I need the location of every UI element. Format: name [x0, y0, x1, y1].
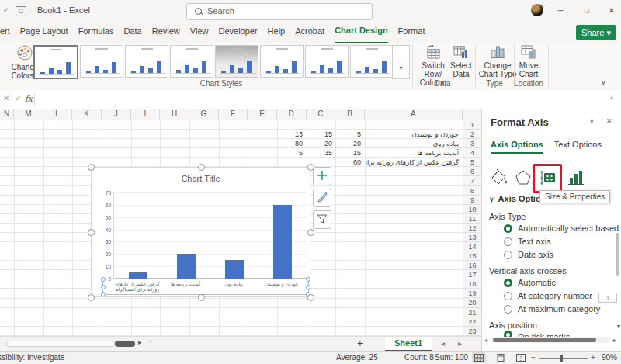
cell-d3[interactable]: 80 [278, 139, 306, 148]
tab-data[interactable]: Data [123, 22, 141, 43]
row-header-23[interactable]: 23 [463, 327, 481, 336]
radio-option-date-axis[interactable]: Date axis [504, 250, 613, 261]
chart-bar[interactable] [177, 254, 196, 279]
cell-a5[interactable]: گرفتن عکس از کارهای روزانه برای اینستاگر… [366, 158, 461, 167]
chart-selection-handle[interactable] [307, 294, 314, 301]
pane-vertical-scrollbar[interactable] [616, 210, 619, 334]
chart-plot[interactable]: 010203040506070 [113, 192, 307, 279]
radio-icon[interactable] [504, 279, 512, 287]
cell-b3[interactable]: 20 [336, 139, 364, 148]
normal-view-button[interactable] [472, 352, 486, 363]
row-header-16[interactable]: 16 [463, 261, 481, 270]
fill-line-icon[interactable] [488, 168, 508, 189]
move-chart-button[interactable]: Move Chart [514, 44, 543, 78]
column-headers[interactable]: NMLKJIHGFEDCBA [0, 109, 463, 120]
column-header-g[interactable]: G [189, 109, 219, 120]
cell-b4[interactable]: 15 [336, 148, 364, 158]
tab-chart-design[interactable]: Chart Design [335, 21, 387, 44]
row-header-18[interactable]: 18 [463, 279, 481, 289]
tab-menu-dots-icon[interactable]: ⋮ [147, 338, 154, 346]
row-header-1[interactable]: 1 [463, 120, 481, 130]
autosave-check-icon[interactable]: ✓ [3, 6, 12, 15]
chart-style-style-3[interactable] [125, 45, 168, 78]
radio-option-at-maximum-category[interactable]: At maximum category [504, 304, 613, 315]
pane-scroll-left-icon[interactable]: ◂ [484, 337, 487, 344]
row-header-21[interactable]: 21 [463, 308, 481, 317]
expand-formula-bar-icon[interactable]: ▴ [610, 94, 613, 101]
cell-b2[interactable]: 5 [336, 130, 364, 139]
chart-style-style-5[interactable] [215, 45, 258, 78]
tab-view[interactable]: View [190, 22, 209, 43]
chart-title[interactable]: Chart Title [92, 174, 310, 183]
row-header-13[interactable]: 13 [463, 233, 481, 242]
row-header-3[interactable]: 3 [463, 139, 481, 148]
cell-d2[interactable]: 13 [278, 130, 306, 139]
tab-developer[interactable]: Developer [218, 22, 257, 43]
cancel-icon[interactable]: ✕ [3, 94, 9, 102]
chart-style-style-7[interactable] [305, 45, 349, 78]
column-header-d[interactable]: D [277, 109, 307, 120]
row-header-5[interactable]: 5 [463, 158, 481, 167]
tab-scroll-icon[interactable]: ▸ [138, 338, 142, 346]
radio-option-automatic[interactable]: Automatic [504, 278, 613, 289]
page-break-view-button[interactable] [514, 352, 528, 363]
row-header-20[interactable]: 20 [463, 298, 481, 307]
row-header-19[interactable]: 19 [463, 289, 481, 298]
select-data-button[interactable]: Select Data [447, 44, 475, 78]
tab-formulas[interactable]: Formulas [78, 22, 114, 43]
cell-a2[interactable]: خوردن و نوشیدن [366, 130, 461, 139]
chart-elements-button[interactable] [313, 167, 331, 185]
tab-acrobat[interactable]: Acrobat [295, 22, 324, 43]
camera-icon[interactable] [16, 6, 26, 16]
zoom-out-button[interactable]: − [531, 353, 536, 362]
add-sheet-button[interactable]: + [357, 338, 363, 349]
avatar[interactable] [531, 4, 543, 16]
horizontal-scrollbar-thumb[interactable] [115, 341, 135, 347]
chart-style-style-2[interactable] [80, 45, 123, 78]
column-header-k[interactable]: K [72, 109, 102, 120]
pane-hscroll-thumb[interactable] [493, 338, 596, 342]
column-header-e[interactable]: E [248, 109, 277, 120]
page-layout-view-button[interactable] [494, 352, 508, 363]
chart-styles-button[interactable] [313, 189, 331, 207]
column-header-m[interactable]: M [14, 109, 43, 120]
chart-bar[interactable] [129, 272, 147, 279]
pane-tab-text-options[interactable]: Text Options [554, 140, 602, 152]
row-header-4[interactable]: 4 [463, 148, 481, 158]
radio-option-automatically-select-based-on-data[interactable]: Automatically select based on data [504, 224, 613, 234]
pane-collapse-icon[interactable]: ∨ [589, 117, 595, 125]
row-header-10[interactable]: 10 [463, 205, 481, 214]
column-header-n[interactable]: N [0, 109, 14, 120]
share-button[interactable]: Share ▾ [576, 25, 616, 40]
effects-icon[interactable] [513, 168, 533, 189]
cell-a4[interactable]: آپدیت برنامه ها [366, 148, 461, 158]
radio-icon[interactable] [504, 224, 512, 233]
enter-icon[interactable]: ✓ [15, 94, 21, 102]
tab-ert[interactable]: ert [0, 22, 10, 43]
accessibility-status[interactable]: Accessibility: Investigate [0, 353, 93, 362]
change-chart-type-button[interactable]: Change Chart Type [477, 44, 518, 78]
column-header-f[interactable]: F [219, 109, 248, 120]
row-header-7[interactable]: 7 [463, 176, 481, 185]
zoom-in-button[interactable]: + [591, 353, 595, 362]
insert-function-icon[interactable]: fx [25, 94, 33, 104]
pane-horizontal-scrollbar[interactable] [491, 337, 610, 343]
row-header-14[interactable]: 14 [463, 242, 481, 251]
chart-style-style-4[interactable] [170, 45, 213, 78]
pane-vscroll-thumb[interactable] [616, 233, 619, 276]
select-all-corner[interactable] [463, 109, 481, 120]
chart-filters-button[interactable] [313, 210, 331, 229]
sheet-grid[interactable]: NMLKJIHGFEDCBA 1234567891011121314151617… [0, 109, 481, 336]
row-header-8[interactable]: 8 [463, 186, 481, 196]
column-header-i[interactable]: I [131, 109, 161, 120]
formula-bar[interactable]: ✕ ✓ fx ▴ [0, 91, 621, 109]
chart-style-style-1[interactable] [33, 45, 78, 79]
gallery-more-button[interactable]: ⎺▾ [392, 45, 410, 79]
minimize-button[interactable]: ─ [554, 5, 567, 17]
tab-review[interactable]: Review [152, 22, 180, 43]
column-header-b[interactable]: B [335, 109, 365, 120]
radio-icon[interactable] [504, 251, 512, 259]
pane-scroll-right-icon[interactable]: ▸ [613, 337, 616, 344]
zoom-level[interactable]: 90% [602, 353, 617, 362]
column-header-h[interactable]: H [160, 109, 189, 120]
